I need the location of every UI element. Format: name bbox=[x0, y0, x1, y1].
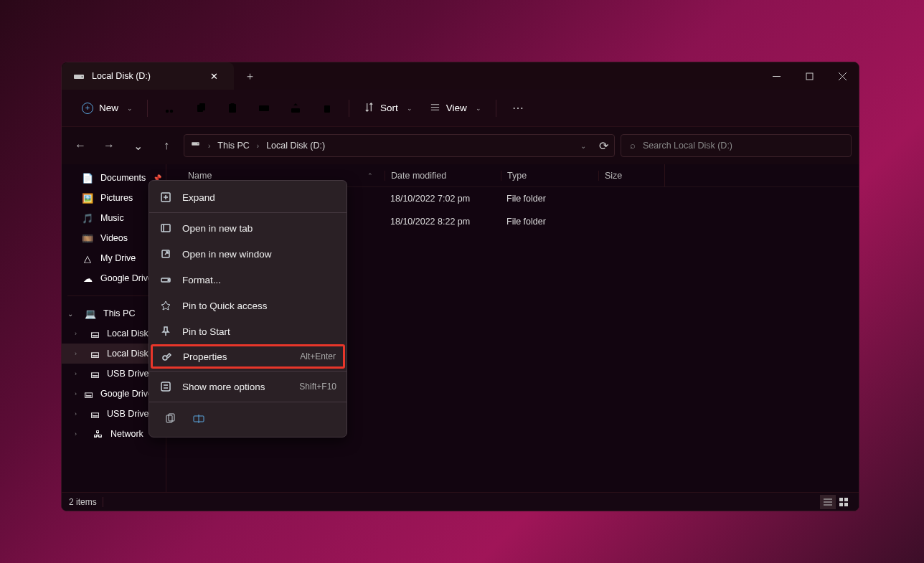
shortcut-label: Alt+Enter bbox=[300, 351, 336, 361]
svg-rect-11 bbox=[199, 103, 205, 110]
pictures-icon: 🖼️ bbox=[82, 192, 93, 204]
svg-rect-35 bbox=[161, 224, 170, 232]
chevron-right-icon[interactable]: › bbox=[75, 390, 77, 397]
usb-icon: 🖴 bbox=[90, 408, 100, 420]
minimize-button[interactable] bbox=[760, 62, 793, 90]
svg-point-39 bbox=[168, 280, 169, 281]
search-icon: ⌕ bbox=[630, 141, 636, 151]
titlebar: Local Disk (D:) ✕ ＋ bbox=[62, 62, 859, 90]
thumbnails-view-button[interactable] bbox=[836, 495, 852, 509]
breadcrumb-segment-drive[interactable]: Local Disk (D:) bbox=[266, 141, 325, 151]
drive-icon: ☁ bbox=[82, 273, 93, 284]
context-menu: Expand Open in new tab Open in new windo… bbox=[148, 180, 347, 437]
ctx-pin-start[interactable]: Pin to Start bbox=[149, 318, 346, 344]
chevron-down-icon: ⌄ bbox=[407, 105, 412, 112]
search-input[interactable]: ⌕ Search Local Disk (D:) bbox=[621, 134, 852, 157]
svg-rect-17 bbox=[324, 105, 330, 113]
svg-rect-31 bbox=[844, 503, 848, 506]
forward-button[interactable]: → bbox=[98, 134, 121, 157]
back-button[interactable]: ← bbox=[69, 134, 92, 157]
ctx-show-more[interactable]: Show more options Shift+F10 bbox=[149, 374, 346, 399]
svg-rect-14 bbox=[259, 105, 269, 111]
pin-icon bbox=[159, 326, 172, 337]
chevron-right-icon[interactable]: › bbox=[75, 330, 83, 337]
chevron-right-icon[interactable]: › bbox=[75, 350, 83, 357]
videos-icon: 🎞️ bbox=[82, 232, 93, 244]
new-tab-icon bbox=[159, 222, 172, 234]
documents-icon: 📄 bbox=[82, 172, 93, 184]
svg-rect-16 bbox=[291, 108, 300, 113]
close-button[interactable] bbox=[826, 62, 859, 90]
svg-rect-12 bbox=[229, 104, 236, 113]
search-placeholder: Search Local Disk (D:) bbox=[643, 141, 732, 151]
svg-rect-13 bbox=[231, 103, 235, 105]
paste-button[interactable] bbox=[218, 95, 247, 121]
tab-close-button[interactable]: ✕ bbox=[205, 71, 222, 82]
new-button[interactable]: + New ⌄ bbox=[75, 98, 140, 118]
status-item-count: 2 items bbox=[69, 497, 97, 507]
up-button[interactable]: ↑ bbox=[155, 134, 178, 157]
new-window-icon bbox=[159, 248, 172, 260]
more-button[interactable]: ⋯ bbox=[504, 95, 532, 121]
column-header-size[interactable]: Size bbox=[598, 171, 664, 181]
share-button[interactable] bbox=[281, 95, 310, 121]
ctx-expand[interactable]: Expand bbox=[149, 184, 346, 210]
svg-rect-41 bbox=[161, 382, 170, 391]
svg-rect-38 bbox=[161, 278, 170, 282]
chevron-right-icon[interactable]: › bbox=[75, 370, 83, 377]
breadcrumb-chevron-icon[interactable]: › bbox=[257, 142, 259, 150]
address-dropdown-button[interactable]: ⌄ bbox=[580, 142, 586, 150]
disk-icon: 🖴 bbox=[84, 388, 93, 399]
plus-circle-icon: + bbox=[82, 103, 93, 114]
music-icon: 🎵 bbox=[82, 212, 93, 224]
svg-rect-29 bbox=[844, 498, 848, 501]
shortcut-label: Shift+F10 bbox=[299, 382, 336, 392]
statusbar: 2 items bbox=[62, 492, 859, 511]
drive-icon bbox=[190, 139, 201, 152]
view-button[interactable]: View ⌄ bbox=[423, 98, 489, 119]
ctx-properties[interactable]: Properties Alt+Enter bbox=[151, 344, 345, 369]
toolbar: + New ⌄ Sort ⌄ View ⌄ ⋯ bbox=[62, 90, 859, 127]
chevron-right-icon[interactable]: › bbox=[75, 410, 83, 417]
refresh-button[interactable]: ⟳ bbox=[599, 139, 608, 153]
copy-button[interactable] bbox=[187, 95, 215, 121]
chevron-down-icon[interactable]: ⌄ bbox=[67, 310, 77, 318]
ctx-rename-button[interactable] bbox=[188, 409, 209, 429]
maximize-button[interactable] bbox=[793, 62, 826, 90]
svg-point-24 bbox=[197, 143, 199, 145]
breadcrumb-segment-this-pc[interactable]: This PC bbox=[217, 141, 249, 151]
expand-icon bbox=[159, 191, 172, 203]
svg-point-1 bbox=[82, 76, 83, 77]
sort-indicator-icon: ⌃ bbox=[367, 172, 373, 179]
format-icon bbox=[159, 274, 172, 285]
column-header-date[interactable]: Date modified bbox=[385, 171, 501, 181]
usb-icon: 🖴 bbox=[90, 368, 100, 379]
sort-button[interactable]: Sort ⌄ bbox=[357, 98, 420, 119]
active-tab[interactable]: Local Disk (D:) ✕ bbox=[62, 62, 234, 90]
more-icon bbox=[159, 381, 172, 392]
disk-icon: 🖴 bbox=[90, 328, 100, 339]
column-header-name[interactable]: Name⌃ bbox=[166, 171, 385, 181]
disk-icon: 🖴 bbox=[90, 348, 100, 359]
recent-locations-button[interactable]: ⌄ bbox=[126, 134, 149, 157]
sort-icon bbox=[364, 102, 374, 115]
list-icon bbox=[430, 102, 440, 115]
gdrive-icon: △ bbox=[82, 252, 93, 264]
ctx-pin-quick[interactable]: Pin to Quick access bbox=[149, 293, 346, 318]
ctx-open-new-tab[interactable]: Open in new tab bbox=[149, 215, 346, 241]
rename-button[interactable] bbox=[250, 95, 278, 121]
pin-icon bbox=[159, 300, 172, 311]
ctx-copy-button[interactable] bbox=[159, 409, 181, 429]
breadcrumb-chevron-icon[interactable]: › bbox=[208, 142, 210, 150]
column-header-type[interactable]: Type bbox=[501, 171, 598, 181]
ctx-format[interactable]: Format... bbox=[149, 267, 346, 293]
new-tab-button[interactable]: ＋ bbox=[234, 62, 265, 90]
ctx-open-new-window[interactable]: Open in new window bbox=[149, 241, 346, 267]
address-bar[interactable]: › This PC › Local Disk (D:) ⌄ ⟳ bbox=[184, 134, 615, 157]
details-view-button[interactable] bbox=[820, 495, 836, 509]
cut-button[interactable] bbox=[155, 95, 184, 121]
chevron-right-icon[interactable]: › bbox=[75, 430, 85, 437]
delete-button[interactable] bbox=[313, 95, 341, 121]
ctx-bottom-row bbox=[149, 404, 346, 433]
svg-rect-30 bbox=[839, 503, 843, 506]
